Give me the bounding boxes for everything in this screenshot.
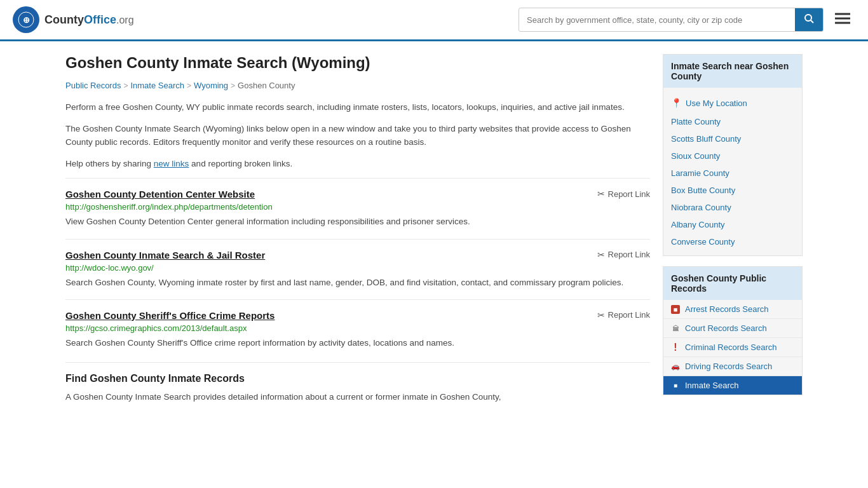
driving-records-icon: 🚗 [671, 362, 680, 371]
logo-text: CountyOffice.org [44, 13, 134, 27]
header-right [519, 8, 855, 32]
result-url-2[interactable]: http://wdoc-loc.wyo.gov/ [65, 263, 650, 273]
intro-paragraph-3: Help others by sharing new links and rep… [65, 157, 650, 171]
inmate-search-icon: ■ [671, 381, 680, 390]
svg-point-2 [805, 15, 811, 21]
sidebar-arrest-records[interactable]: ■ Arrest Records Search [663, 300, 802, 319]
sidebar-link-sioux[interactable]: Sioux County [663, 147, 802, 165]
result-title-1[interactable]: Goshen County Detention Center Website [65, 189, 255, 200]
result-item-3: Goshen County Sheriff's Office Crime Rep… [65, 299, 650, 360]
criminal-records-label: Criminal Records Search [685, 342, 777, 352]
use-location-label: Use My Location [686, 98, 747, 108]
sidebar-court-records[interactable]: 🏛 Court Records Search [663, 319, 802, 338]
intro-paragraph-2: The Goshen County Inmate Search (Wyoming… [65, 122, 650, 149]
search-button[interactable] [795, 8, 823, 31]
svg-line-3 [811, 20, 813, 23]
sidebar-link-platte[interactable]: Platte County [663, 113, 802, 130]
arrest-records-label: Arrest Records Search [685, 304, 769, 314]
report-icon-1: ✂ [597, 189, 605, 199]
sidebar-driving-records[interactable]: 🚗 Driving Records Search [663, 357, 802, 376]
svg-text:⊕: ⊕ [23, 15, 30, 25]
find-records-section: Find Goshen County Inmate Records A Gosh… [65, 362, 650, 403]
intro3-prefix: Help others by sharing [65, 159, 154, 168]
intro-paragraph-1: Perform a free Goshen County, WY public … [65, 100, 650, 114]
breadcrumb-sep-3: > [231, 81, 235, 90]
inmate-search-label: Inmate Search [685, 381, 739, 390]
hamburger-menu-icon[interactable] [830, 8, 855, 31]
result-url-3[interactable]: https://gcso.crimegraphics.com/2013/defa… [65, 323, 650, 333]
driving-records-label: Driving Records Search [685, 362, 772, 371]
sidebar-public-records-header: Goshen County Public Records [663, 267, 802, 300]
sidebar-link-niobrara[interactable]: Niobrara County [663, 199, 802, 216]
result-title-2[interactable]: Goshen County Inmate Search & Jail Roste… [65, 250, 265, 261]
breadcrumb-sep-2: > [187, 81, 191, 90]
use-location-link[interactable]: 📍 Use My Location [663, 93, 802, 113]
sidebar-nearby-section: Inmate Search near Goshen County 📍 Use M… [663, 54, 803, 256]
sidebar-link-albany[interactable]: Albany County [663, 216, 802, 233]
sidebar-inmate-search[interactable]: ■ Inmate Search [663, 376, 802, 395]
sidebar-link-laramie[interactable]: Laramie County [663, 165, 802, 182]
header: ⊕ CountyOffice.org [0, 0, 868, 41]
sidebar-link-box-butte[interactable]: Box Butte County [663, 182, 802, 199]
result-header-2: Goshen County Inmate Search & Jail Roste… [65, 250, 650, 263]
report-label-3: Report Link [608, 310, 650, 320]
sidebar: Inmate Search near Goshen County 📍 Use M… [663, 54, 803, 403]
result-desc-2: Search Goshen County, Wyoming inmate ros… [65, 276, 650, 289]
result-url-1[interactable]: http://goshensheriff.org/index.php/depar… [65, 202, 650, 212]
report-link-1[interactable]: ✂ Report Link [597, 189, 650, 199]
breadcrumb-wyoming[interactable]: Wyoming [194, 81, 228, 90]
main-container: Goshen County Inmate Search (Wyoming) Pu… [53, 41, 815, 416]
intro3-suffix: and reporting broken links. [189, 159, 292, 168]
sidebar-nearby-links: 📍 Use My Location Platte County Scotts B… [663, 88, 802, 255]
search-input[interactable] [519, 10, 795, 30]
result-item-1: Goshen County Detention Center Website ✂… [65, 178, 650, 238]
breadcrumb-sep-1: > [123, 81, 128, 90]
result-desc-1: View Goshen County Detention Center gene… [65, 215, 650, 228]
report-label-1: Report Link [608, 189, 650, 199]
report-link-2[interactable]: ✂ Report Link [597, 250, 650, 260]
content-area: Goshen County Inmate Search (Wyoming) Pu… [65, 54, 650, 403]
breadcrumb-public-records[interactable]: Public Records [65, 81, 121, 90]
sidebar-public-records-links: ■ Arrest Records Search 🏛 Court Records … [663, 300, 802, 395]
report-link-3[interactable]: ✂ Report Link [597, 310, 650, 320]
page-title: Goshen County Inmate Search (Wyoming) [65, 54, 650, 72]
result-title-3[interactable]: Goshen County Sheriff's Office Crime Rep… [65, 310, 275, 321]
report-icon-3: ✂ [597, 310, 605, 320]
breadcrumb-goshen-county: Goshen County [238, 81, 295, 90]
logo-icon: ⊕ [13, 6, 39, 33]
arrest-records-icon: ■ [671, 305, 680, 314]
location-pin-icon: 📍 [671, 98, 682, 108]
sidebar-nearby-header: Inmate Search near Goshen County [663, 55, 802, 88]
result-desc-3: Search Goshen County Sheriff's Office cr… [65, 337, 650, 349]
sidebar-link-converse[interactable]: Converse County [663, 233, 802, 250]
criminal-records-icon: ! [671, 343, 680, 352]
find-records-title: Find Goshen County Inmate Records [65, 373, 650, 384]
breadcrumb-inmate-search[interactable]: Inmate Search [130, 81, 184, 90]
find-records-text: A Goshen County Inmate Search provides d… [65, 391, 650, 403]
sidebar-link-scotts-bluff[interactable]: Scotts Bluff County [663, 130, 802, 147]
report-label-2: Report Link [608, 250, 650, 259]
sidebar-criminal-records[interactable]: ! Criminal Records Search [663, 338, 802, 357]
result-header-3: Goshen County Sheriff's Office Crime Rep… [65, 310, 650, 323]
search-bar [519, 8, 824, 32]
result-item-2: Goshen County Inmate Search & Jail Roste… [65, 239, 650, 299]
breadcrumb: Public Records > Inmate Search > Wyoming… [65, 81, 650, 90]
new-links-link[interactable]: new links [154, 159, 189, 168]
result-header-1: Goshen County Detention Center Website ✂… [65, 189, 650, 202]
logo-area: ⊕ CountyOffice.org [13, 6, 134, 33]
court-records-label: Court Records Search [685, 323, 767, 333]
report-icon-2: ✂ [597, 250, 605, 260]
sidebar-public-records-section: Goshen County Public Records ■ Arrest Re… [663, 266, 803, 395]
court-records-icon: 🏛 [671, 324, 680, 333]
